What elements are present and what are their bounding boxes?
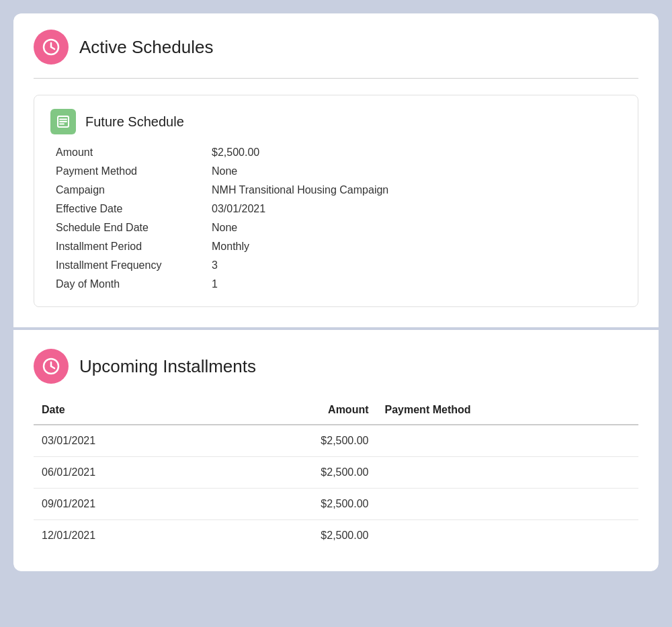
- row-payment-method: [377, 489, 638, 520]
- active-schedules-title: Active Schedules: [79, 37, 213, 58]
- section-divider: [34, 78, 638, 79]
- future-schedule-icon-bg: [50, 109, 76, 134]
- row-amount: $2,500.00: [213, 489, 377, 520]
- future-schedule-header: Future Schedule: [50, 109, 622, 134]
- table-row: 09/01/2021$2,500.00: [34, 489, 638, 520]
- detail-label: Campaign: [50, 184, 212, 196]
- col-header-amount: Amount: [213, 397, 377, 425]
- svg-line-9: [51, 366, 54, 368]
- row-payment-method: [377, 425, 638, 457]
- detail-value: None: [212, 222, 622, 234]
- list-icon: [56, 114, 71, 129]
- installments-table-body: 03/01/2021$2,500.0006/01/2021$2,500.0009…: [34, 425, 638, 551]
- row-date: 03/01/2021: [34, 425, 213, 457]
- detail-value: 3: [212, 259, 622, 271]
- installments-header-row: Date Amount Payment Method: [34, 397, 638, 425]
- table-row: 12/01/2021$2,500.00: [34, 520, 638, 552]
- detail-label: Installment Period: [50, 241, 212, 253]
- clock-icon: [42, 38, 60, 56]
- col-header-payment-method: Payment Method: [377, 397, 638, 425]
- row-amount: $2,500.00: [213, 457, 377, 489]
- row-date: 12/01/2021: [34, 520, 213, 552]
- svg-line-2: [51, 47, 54, 49]
- detail-value: $2,500.00: [212, 147, 622, 159]
- row-date: 06/01/2021: [34, 457, 213, 489]
- row-payment-method: [377, 457, 638, 489]
- row-payment-method: [377, 520, 638, 552]
- future-schedule-card: Future Schedule Amount$2,500.00Payment M…: [34, 95, 638, 307]
- detail-label: Day of Month: [50, 278, 212, 290]
- active-schedules-header: Active Schedules: [34, 30, 638, 65]
- active-schedules-icon: [34, 30, 69, 65]
- detail-label: Amount: [50, 147, 212, 159]
- detail-label: Payment Method: [50, 165, 212, 177]
- table-row: 03/01/2021$2,500.00: [34, 425, 638, 457]
- detail-value: NMH Transitional Housing Campaign: [212, 184, 622, 196]
- detail-label: Schedule End Date: [50, 222, 212, 234]
- installments-table-head: Date Amount Payment Method: [34, 397, 638, 425]
- row-amount: $2,500.00: [213, 425, 377, 457]
- detail-value: None: [212, 165, 622, 177]
- detail-value: 03/01/2021: [212, 203, 622, 215]
- table-row: 06/01/2021$2,500.00: [34, 457, 638, 489]
- page-container: Active Schedules Future Schedule Amount$…: [13, 13, 659, 571]
- detail-label: Effective Date: [50, 203, 212, 215]
- future-schedule-details: Amount$2,500.00Payment MethodNoneCampaig…: [50, 147, 622, 290]
- col-header-date: Date: [34, 397, 213, 425]
- clock-icon-2: [42, 357, 60, 376]
- active-schedules-section: Active Schedules Future Schedule Amount$…: [13, 13, 659, 327]
- upcoming-installments-section: Upcoming Installments Date Amount Paymen…: [13, 327, 659, 571]
- future-schedule-title: Future Schedule: [85, 114, 184, 130]
- installments-table: Date Amount Payment Method 03/01/2021$2,…: [34, 397, 638, 551]
- row-date: 09/01/2021: [34, 489, 213, 520]
- detail-value: 1: [212, 278, 622, 290]
- upcoming-installments-icon: [34, 349, 69, 384]
- detail-label: Installment Frequency: [50, 259, 212, 271]
- detail-value: Monthly: [212, 241, 622, 253]
- row-amount: $2,500.00: [213, 520, 377, 552]
- upcoming-installments-header: Upcoming Installments: [34, 349, 638, 384]
- upcoming-installments-title: Upcoming Installments: [79, 356, 256, 377]
